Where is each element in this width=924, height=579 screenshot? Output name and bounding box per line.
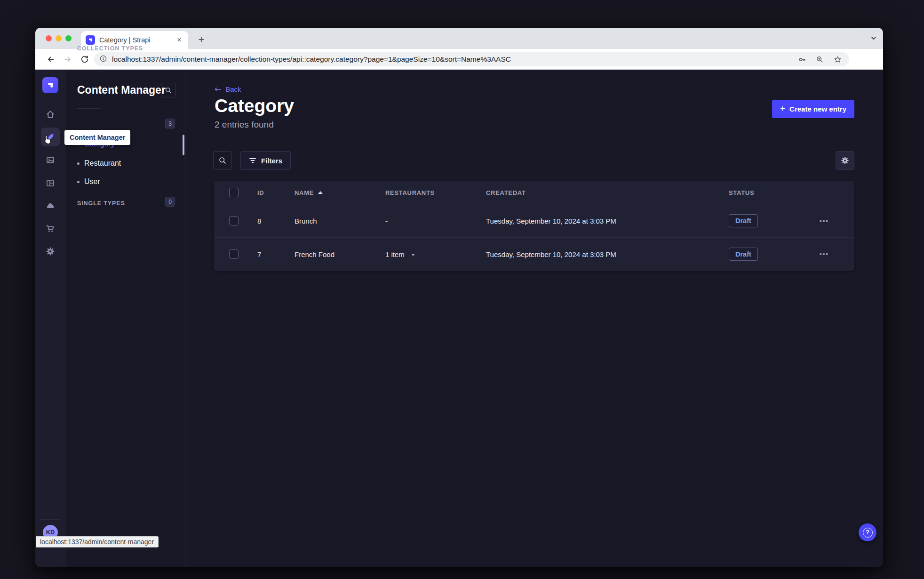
cell-restaurants[interactable]: 1 item <box>375 250 476 258</box>
rail-divider <box>40 519 60 520</box>
sidebar-item-user[interactable]: User <box>77 177 100 187</box>
search-button[interactable] <box>213 151 232 170</box>
single-types-count-badge: 0 <box>165 197 175 207</box>
sidebar-scrollbar[interactable] <box>183 135 184 155</box>
bullet-icon <box>77 181 80 183</box>
entries-count: 2 entries found <box>215 120 274 130</box>
zoom-window-button[interactable] <box>65 35 72 41</box>
create-new-entry-button[interactable]: + Create new entry <box>772 100 854 118</box>
cell-id: 7 <box>247 250 284 258</box>
sidebar-title: Content Manager <box>77 84 166 96</box>
plus-icon: + <box>780 104 785 114</box>
password-key-icon[interactable] <box>798 56 806 64</box>
sidebar-item-restaurant[interactable]: Restaurant <box>77 158 121 169</box>
tab-search-chevron-icon[interactable] <box>870 34 877 44</box>
collection-types-count-badge: 3 <box>165 119 175 129</box>
tab-title: Category | Strapi <box>99 36 175 44</box>
new-tab-button[interactable]: + <box>194 32 208 47</box>
question-mark-icon: ? <box>863 528 873 538</box>
bookmark-star-icon[interactable] <box>834 56 842 64</box>
zoom-icon[interactable] <box>816 56 824 64</box>
cell-createdat: Tuesday, September 10, 2024 at 3:03 PM <box>476 217 718 225</box>
tab-close-icon[interactable]: × <box>175 36 183 44</box>
cloud-icon[interactable] <box>41 196 60 215</box>
minimize-window-button[interactable] <box>56 35 62 41</box>
sort-ascending-icon <box>318 191 323 194</box>
row-checkbox[interactable] <box>229 249 239 259</box>
header-id[interactable]: ID <box>247 189 284 196</box>
help-button[interactable]: ? <box>859 523 876 541</box>
bullet-icon <box>77 162 80 165</box>
view-settings-button[interactable] <box>836 151 854 170</box>
url-bar[interactable]: localhost:1337/admin/content-manager/col… <box>94 52 849 66</box>
entries-table: ID NAME RESTAURANTS CREATEDAT STATUS 8 B… <box>214 181 854 271</box>
header-restaurants[interactable]: RESTAURANTS <box>375 189 476 196</box>
marketplace-cart-icon[interactable] <box>41 219 60 238</box>
refresh-icon[interactable] <box>80 55 89 64</box>
row-checkbox[interactable] <box>229 216 239 225</box>
cell-createdat: Tuesday, September 10, 2024 at 3:03 PM <box>476 250 718 258</box>
header-name[interactable]: NAME <box>284 189 375 196</box>
header-status[interactable]: STATUS <box>718 189 794 196</box>
cell-name: French Food <box>284 250 375 258</box>
cell-name: Brunch <box>284 217 375 225</box>
filter-icon <box>249 157 256 164</box>
sidebar-search-button[interactable] <box>161 83 175 97</box>
forward-icon[interactable] <box>64 55 72 64</box>
sidebar-divider <box>77 108 101 109</box>
page-title: Category <box>215 96 294 116</box>
select-all-checkbox[interactable] <box>229 188 239 197</box>
collection-types-header: COLLECTION TYPES <box>77 45 143 52</box>
cell-id: 8 <box>247 217 284 225</box>
content-type-builder-icon[interactable] <box>41 174 60 193</box>
table-header-row: ID NAME RESTAURANTS CREATEDAT STATUS <box>214 181 854 204</box>
desktop: { "browser": { "tab_title": "Category | … <box>0 0 924 579</box>
status-badge: Draft <box>729 248 758 261</box>
media-library-icon[interactable] <box>41 151 60 169</box>
close-window-button[interactable] <box>46 35 52 41</box>
header-createdat[interactable]: CREATEDAT <box>476 189 718 196</box>
browser-toolbar: localhost:1337/admin/content-manager/col… <box>35 49 883 70</box>
site-info-icon[interactable] <box>99 55 107 64</box>
row-actions-button[interactable]: ⋯ <box>794 215 854 226</box>
rail-divider <box>40 100 60 100</box>
chevron-down-icon <box>411 254 415 256</box>
single-types-header: SINGLE TYPES <box>77 200 125 207</box>
mouse-cursor <box>42 135 52 147</box>
table-row[interactable]: 7 French Food 1 item Tuesday, September … <box>214 237 854 271</box>
browser-window: Category | Strapi × + localhost:1337/adm… <box>35 28 883 567</box>
status-badge: Draft <box>729 214 758 227</box>
table-row[interactable]: 8 Brunch - Tuesday, September 10, 2024 a… <box>214 204 854 237</box>
cell-restaurants: - <box>375 217 476 225</box>
back-link[interactable]: ← Back <box>215 84 241 94</box>
row-actions-button[interactable]: ⋯ <box>794 249 854 260</box>
link-status-bubble: localhost:1337/admin/content-manager <box>36 536 159 547</box>
browser-tab-strip: Category | Strapi × + <box>35 28 883 49</box>
strapi-logo[interactable] <box>42 77 58 93</box>
url-text[interactable]: localhost:1337/admin/content-manager/col… <box>112 55 511 64</box>
back-arrow-icon: ← <box>215 84 221 94</box>
back-icon[interactable] <box>47 55 55 64</box>
content-manager-tooltip: Content Manager <box>64 130 130 145</box>
strapi-app: KD Content Manager COLLECTION TYPES 3 Ca… <box>35 70 883 567</box>
home-icon[interactable] <box>41 105 60 124</box>
settings-gear-icon[interactable] <box>41 242 60 261</box>
strapi-favicon-icon <box>86 35 95 45</box>
filters-button[interactable]: Filters <box>240 151 291 170</box>
